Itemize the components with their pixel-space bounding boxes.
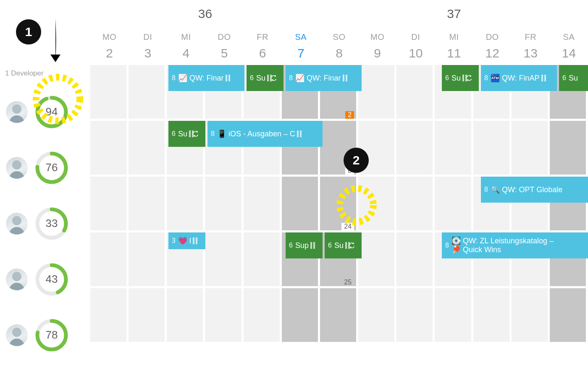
day-cell[interactable] [320, 288, 358, 344]
day-cell[interactable] [550, 288, 588, 344]
task-block[interactable]: 8📈 QW: Finar [168, 65, 244, 91]
resource-row[interactable]: 78 [0, 307, 90, 363]
utilization-ring[interactable]: 43 [35, 263, 68, 296]
day-cell[interactable] [90, 65, 129, 121]
day-cell[interactable] [90, 177, 129, 232]
task-hours: 8 [289, 74, 293, 82]
day-column-header[interactable]: MO9 [358, 27, 396, 65]
day-of-month-label: 7 [297, 46, 304, 60]
task-label: 📱 iOS - Ausgaben – C [217, 129, 295, 138]
day-cell[interactable] [282, 288, 320, 344]
day-cell[interactable] [358, 65, 396, 121]
task-block[interactable]: 6Su [168, 121, 205, 147]
day-cell[interactable] [129, 121, 167, 177]
day-cell[interactable] [358, 121, 396, 177]
avatar[interactable] [6, 157, 28, 179]
resource-track [90, 288, 588, 344]
day-cell[interactable] [435, 288, 473, 344]
day-cell[interactable]: 24 [320, 177, 358, 232]
day-cell[interactable] [396, 288, 435, 344]
day-cell[interactable] [129, 65, 167, 121]
day-cell[interactable] [396, 177, 435, 232]
day-column-header[interactable]: SA14 [550, 27, 588, 65]
day-cell[interactable] [358, 232, 396, 288]
resource-row[interactable]: 33 [0, 196, 90, 251]
resource-row[interactable]: 43 [0, 251, 90, 307]
utilization-ring[interactable]: 94 [35, 96, 68, 128]
day-cell[interactable] [396, 65, 435, 121]
day-cell[interactable] [358, 288, 396, 344]
day-of-week-label: MO [102, 32, 116, 42]
day-of-month-label: 2 [106, 46, 113, 60]
resource-row[interactable]: 76 [0, 140, 90, 196]
day-cell[interactable] [512, 288, 550, 344]
day-cell[interactable] [129, 177, 167, 232]
day-column-header[interactable]: SO8 [320, 27, 358, 65]
day-cell[interactable] [90, 288, 129, 344]
day-cell[interactable] [435, 121, 473, 177]
utilization-ring[interactable]: 76 [35, 151, 68, 184]
avatar[interactable] [6, 324, 28, 346]
day-cell[interactable] [90, 232, 129, 288]
task-label: Su [178, 130, 187, 138]
day-column-header[interactable]: SA7 [282, 27, 320, 65]
day-column-header[interactable]: MI11 [435, 27, 473, 65]
day-cell[interactable] [473, 288, 512, 344]
task-block[interactable]: 8📈 QW: Finar [286, 65, 362, 91]
day-cell[interactable] [205, 288, 243, 344]
day-column-header[interactable]: DO12 [473, 27, 512, 65]
task-block[interactable]: 6Su [442, 65, 479, 91]
day-of-week-label: DI [143, 32, 152, 42]
day-cell[interactable] [358, 177, 396, 232]
task-block[interactable]: 8📱 iOS - Ausgaben – C [207, 121, 323, 147]
resource-row[interactable]: 94 [0, 84, 90, 140]
utilization-ring[interactable]: 33 [35, 207, 68, 240]
week-number: 37 [320, 0, 588, 27]
day-cell[interactable] [550, 121, 588, 177]
task-block[interactable]: 3💗 l [168, 232, 205, 249]
task-block[interactable]: 6Su [325, 232, 362, 258]
task-block[interactable]: 6Sup [286, 232, 323, 258]
avatar[interactable] [6, 213, 28, 235]
task-block[interactable]: 6Su [559, 65, 588, 91]
day-cell[interactable] [205, 232, 243, 288]
day-column-header[interactable]: MO2 [90, 27, 129, 65]
utilization-ring[interactable]: 78 [35, 319, 68, 352]
day-column-header[interactable]: FR13 [512, 27, 550, 65]
day-of-month-label: 4 [183, 46, 190, 60]
day-cell[interactable] [473, 121, 512, 177]
task-block[interactable]: 6Su [247, 65, 284, 91]
day-column-header[interactable]: FR6 [244, 27, 282, 65]
day-of-week-label: MO [370, 32, 384, 42]
task-block[interactable]: 8 💽 QW: ZL Leistungskatalog – 🏓 Quick Wi… [442, 232, 588, 258]
day-cell[interactable] [90, 121, 129, 177]
day-of-week-label: DO [218, 32, 231, 42]
day-cell[interactable]: 8 [320, 121, 358, 177]
day-cell[interactable] [129, 232, 167, 288]
capacity-badge: 25 [341, 279, 354, 286]
day-of-month-label: 6 [259, 46, 266, 60]
day-column-header[interactable]: DI10 [396, 27, 435, 65]
day-cell[interactable] [244, 232, 282, 288]
day-cell[interactable] [512, 121, 550, 177]
day-cell[interactable] [129, 288, 167, 344]
day-cell[interactable] [167, 177, 205, 232]
day-of-week-label: DO [486, 32, 499, 42]
day-column-header[interactable]: DO5 [205, 27, 243, 65]
day-cell[interactable] [396, 232, 435, 288]
day-cell[interactable] [435, 177, 473, 232]
day-cell[interactable] [282, 177, 320, 232]
capacity-badge: 2 [345, 111, 354, 119]
avatar[interactable] [6, 269, 28, 290]
avatar[interactable] [6, 101, 28, 123]
day-cell[interactable] [205, 177, 243, 232]
task-block[interactable]: 8🏧 QW: FinAP [481, 65, 557, 91]
tracks: 28📈 QW: Finar6Su8📈 QW: Finar6Su8🏧 QW: Fi… [90, 65, 588, 344]
day-cell[interactable] [244, 288, 282, 344]
day-column-header[interactable]: DI3 [129, 27, 167, 65]
day-cell[interactable] [244, 177, 282, 232]
day-cell[interactable] [167, 288, 205, 344]
day-cell[interactable] [396, 121, 435, 177]
task-block[interactable]: 8🔍 QW: OPT Globale [481, 177, 588, 203]
day-column-header[interactable]: MI4 [167, 27, 205, 65]
